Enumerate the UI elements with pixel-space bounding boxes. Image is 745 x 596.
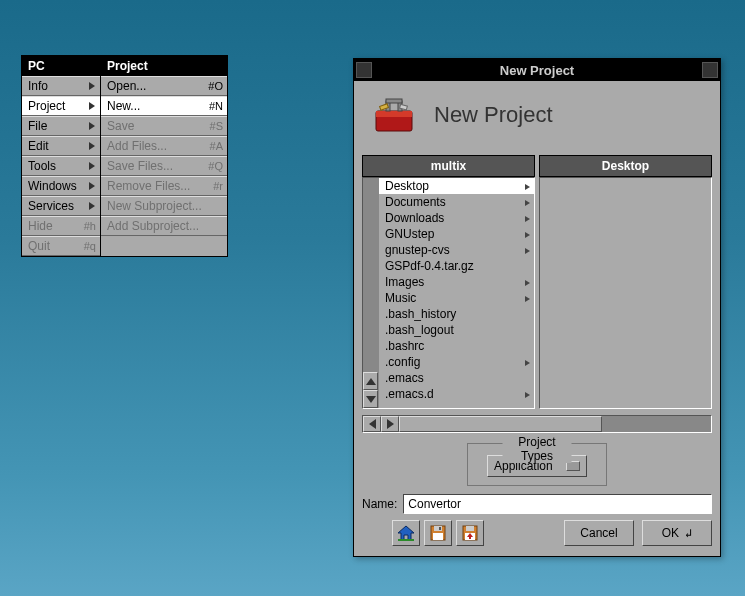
browser-row[interactable]: Images (379, 274, 534, 290)
browser-left-scroll (363, 178, 379, 408)
menu-title-project: Project (101, 56, 227, 76)
browser-row-label: GSPdf-0.4.tar.gz (385, 259, 520, 273)
branch-arrow-icon (520, 355, 530, 369)
floppy-icon (430, 525, 446, 541)
ok-button[interactable]: OK ↲ (642, 520, 712, 546)
menu-item-label: New... (107, 99, 203, 113)
browser-row[interactable]: Documents (379, 194, 534, 210)
browser-row[interactable]: Desktop (379, 178, 534, 194)
browser-row-label: .bashrc (385, 339, 520, 353)
menu-item-label: Save Files... (107, 159, 202, 173)
menu-item[interactable]: Project (22, 96, 100, 116)
disk-button[interactable] (424, 520, 452, 546)
branch-arrow-icon (520, 211, 530, 225)
menu-item[interactable]: Windows (22, 176, 100, 196)
menu-item: Save#S (101, 116, 227, 136)
submenu-arrow-icon (88, 120, 96, 132)
browser-row[interactable]: .emacs (379, 370, 534, 386)
menu-item[interactable]: Edit (22, 136, 100, 156)
titlebar-close-button[interactable] (702, 62, 718, 78)
menu-item-label: Add Subproject... (107, 219, 223, 233)
svg-rect-17 (469, 537, 471, 539)
submenu-arrow-icon (88, 100, 96, 112)
branch-arrow-icon (520, 195, 530, 209)
browser-list-1[interactable] (540, 178, 711, 408)
browser-column-0: multix DesktopDocumentsDownloadsGNUstepg… (362, 155, 535, 409)
menu-item-label: Tools (28, 159, 82, 173)
titlebar[interactable]: New Project (354, 59, 720, 81)
hscroll-track[interactable] (399, 416, 711, 432)
menu-item: Add Files...#A (101, 136, 227, 156)
cancel-button[interactable]: Cancel (564, 520, 634, 546)
dialog-heading: New Project (434, 102, 553, 128)
browser-row-label: Documents (385, 195, 520, 209)
browser-row-label: gnustep-cvs (385, 243, 520, 257)
project-types-group: Project Types Application (467, 443, 607, 486)
return-icon: ↲ (685, 526, 692, 540)
browser-row[interactable]: GSPdf-0.4.tar.gz (379, 258, 534, 274)
browser-row[interactable]: Downloads (379, 210, 534, 226)
browser-row[interactable]: gnustep-cvs (379, 242, 534, 258)
browser-row-label: GNUstep (385, 227, 520, 241)
submenu-arrow-icon (88, 80, 96, 92)
branch-arrow-icon (520, 291, 530, 305)
browser-column-0-body: DesktopDocumentsDownloadsGNUstepgnustep-… (362, 177, 535, 409)
menu-item[interactable]: Info (22, 76, 100, 96)
submenu-arrow-icon (88, 140, 96, 152)
branch-arrow-icon (520, 179, 530, 193)
menu-item-shortcut: #Q (208, 160, 223, 172)
menu-item-label: Windows (28, 179, 82, 193)
browser-row[interactable]: GNUstep (379, 226, 534, 242)
titlebar-miniaturize-button[interactable] (356, 62, 372, 78)
menu-item-label: Info (28, 79, 82, 93)
menu-item-label: Quit (28, 239, 78, 253)
menu-item-shortcut: #r (213, 180, 223, 192)
browser-row-label: Desktop (385, 179, 520, 193)
menu-item: Hide#h (22, 216, 100, 236)
browser-row-label: Downloads (385, 211, 520, 225)
hscroll-thumb[interactable] (399, 416, 602, 432)
menu-items-pc: InfoProjectFileEditToolsWindowsServicesH… (22, 76, 100, 256)
browser-row[interactable]: .bash_logout (379, 322, 534, 338)
unmount-button[interactable] (456, 520, 484, 546)
menu-item-label: Save (107, 119, 204, 133)
menu-column-project: Project Open...#ONew...#NSave#SAdd Files… (100, 55, 228, 257)
scroll-track[interactable] (363, 178, 378, 372)
menu-item-shortcut: #N (209, 100, 223, 112)
browser-row-label: Music (385, 291, 520, 305)
browser-row[interactable]: .bashrc (379, 338, 534, 354)
ok-label: OK (662, 526, 679, 540)
cancel-label: Cancel (580, 526, 617, 540)
name-input[interactable] (403, 494, 712, 514)
svg-rect-8 (398, 539, 414, 541)
menu-item: New Subproject... (101, 196, 227, 216)
menu-item[interactable]: Open...#O (101, 76, 227, 96)
menu-item-shortcut: #A (210, 140, 223, 152)
svg-rect-4 (386, 99, 402, 103)
browser-row[interactable]: .emacs.d (379, 386, 534, 402)
menu-items-project: Open...#ONew...#NSave#SAdd Files...#ASav… (101, 76, 227, 236)
submenu-arrow-icon (88, 160, 96, 172)
home-button[interactable] (392, 520, 420, 546)
scroll-down-button[interactable] (363, 390, 378, 408)
menu-item[interactable]: File (22, 116, 100, 136)
floppy-eject-icon (462, 525, 478, 541)
browser-row[interactable]: Music (379, 290, 534, 306)
menu-item[interactable]: New...#N (101, 96, 227, 116)
browser-list-0[interactable]: DesktopDocumentsDownloadsGNUstepgnustep-… (379, 178, 534, 408)
menu-item[interactable]: Services (22, 196, 100, 216)
browser-row[interactable]: .config (379, 354, 534, 370)
browser-column-1: Desktop (539, 155, 712, 409)
menu-item: Add Subproject... (101, 216, 227, 236)
browser-row[interactable]: .bash_history (379, 306, 534, 322)
hscroll-right-button[interactable] (381, 416, 399, 432)
hscroll-left-button[interactable] (363, 416, 381, 432)
browser-row-label: .emacs (385, 371, 520, 385)
submenu-arrow-icon (88, 180, 96, 192)
branch-arrow-icon (520, 243, 530, 257)
menu-item[interactable]: Tools (22, 156, 100, 176)
browser-row-label: .emacs.d (385, 387, 520, 401)
menu-item-label: Services (28, 199, 82, 213)
scroll-up-button[interactable] (363, 372, 378, 390)
branch-arrow-icon (520, 227, 530, 241)
